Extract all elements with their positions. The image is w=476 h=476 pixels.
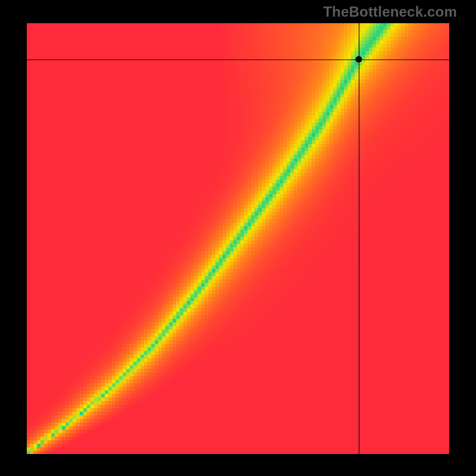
bottleneck-heatmap [26, 23, 450, 455]
watermark-text: TheBottleneck.com [323, 4, 457, 20]
heatmap-canvas [26, 23, 450, 455]
